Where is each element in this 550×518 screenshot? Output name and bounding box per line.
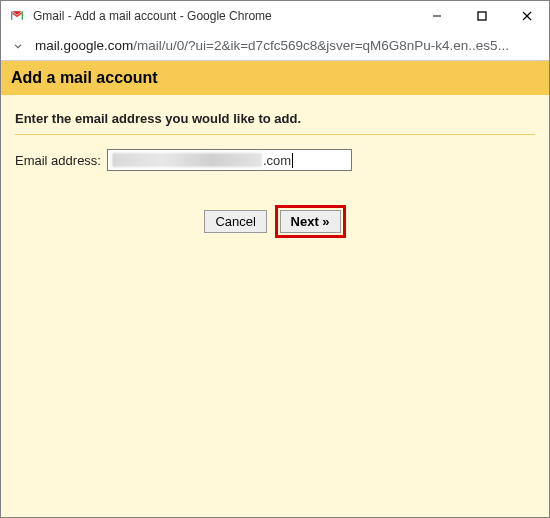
- close-button[interactable]: [504, 1, 549, 31]
- text-caret: [292, 153, 293, 168]
- email-suffix: .com: [263, 153, 291, 168]
- email-row: Email address: .com: [15, 149, 535, 171]
- minimize-button[interactable]: [414, 1, 459, 31]
- button-row: Cancel Next »: [15, 205, 535, 238]
- email-label: Email address:: [15, 153, 101, 168]
- content-area: Enter the email address you would like t…: [1, 95, 549, 248]
- chevron-down-icon[interactable]: [11, 39, 25, 53]
- window-titlebar: Gmail - Add a mail account - Google Chro…: [1, 1, 549, 31]
- highlight-box: Next »: [275, 205, 346, 238]
- svg-rect-1: [478, 12, 486, 20]
- window-title: Gmail - Add a mail account - Google Chro…: [33, 9, 414, 23]
- cancel-button[interactable]: Cancel: [204, 210, 266, 233]
- page-title: Add a mail account: [1, 61, 549, 95]
- next-button[interactable]: Next »: [280, 210, 341, 233]
- prompt-text: Enter the email address you would like t…: [15, 105, 535, 135]
- url-host: mail.google.com: [35, 38, 133, 53]
- email-field[interactable]: .com: [107, 149, 352, 171]
- address-bar: mail.google.com/mail/u/0/?ui=2&ik=d7cfc5…: [1, 31, 549, 61]
- url-text[interactable]: mail.google.com/mail/u/0/?ui=2&ik=d7cfc5…: [35, 38, 539, 53]
- url-path: /mail/u/0/?ui=2&ik=d7cfc569c8&jsver=qM6G…: [133, 38, 509, 53]
- redacted-text: [112, 153, 262, 167]
- page-body: Add a mail account Enter the email addre…: [1, 61, 549, 517]
- gmail-icon: [9, 8, 25, 24]
- maximize-button[interactable]: [459, 1, 504, 31]
- window-controls: [414, 1, 549, 31]
